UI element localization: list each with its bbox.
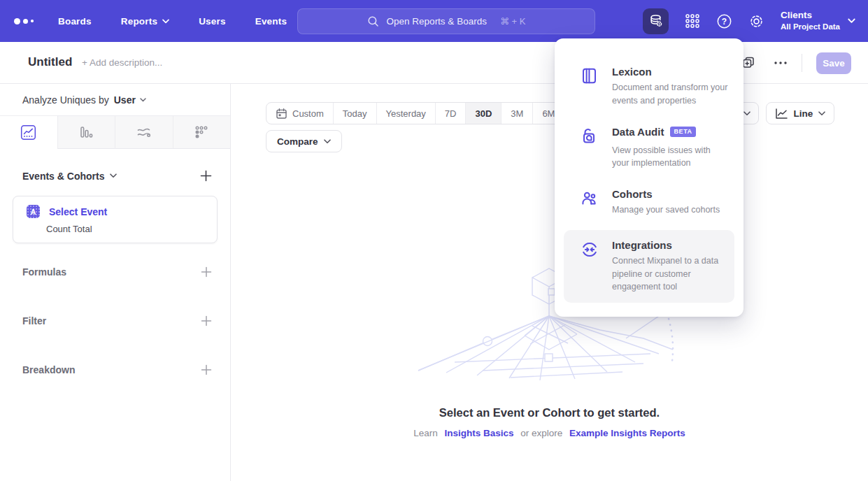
example-insights-reports-link[interactable]: Example Insights Reports (569, 428, 685, 438)
range-label: 3M (511, 108, 523, 119)
data-management-button[interactable] (643, 8, 669, 34)
tab-bar-chart[interactable] (57, 116, 115, 149)
nav-item-reports[interactable]: Reports (121, 16, 169, 27)
range-label: Yesterday (386, 108, 426, 119)
menu-item-title: Integrations (612, 239, 720, 251)
chart-type-dropdown[interactable]: Line (766, 102, 834, 124)
menu-item-data-audit[interactable]: Data Audit BETA View possible issues wit… (555, 117, 744, 180)
add-breakdown-button[interactable] (201, 364, 212, 375)
chevron-down-icon (324, 139, 331, 144)
lexicon-book-icon (581, 66, 599, 108)
select-event-label[interactable]: Select Event (49, 206, 107, 217)
filter-row: Filter (22, 313, 212, 329)
range-label: 6M (542, 108, 555, 119)
chevron-down-icon (110, 173, 117, 178)
nav-item-users[interactable]: Users (199, 16, 226, 27)
event-series-badge: A (27, 205, 40, 218)
search-placeholder: Open Reports & Boards (387, 16, 487, 27)
range-custom[interactable]: Custom (266, 103, 333, 124)
chart-type-tabs (0, 116, 230, 149)
menu-item-cohorts[interactable]: Cohorts Manage your saved cohorts (555, 179, 744, 226)
formulas-label: Formulas (22, 266, 66, 278)
retention-grid-tab-icon (194, 124, 209, 140)
settings-button[interactable] (748, 13, 764, 29)
nav-item-events[interactable]: Events (255, 16, 287, 27)
query-sidebar: Analyze Uniques by User (0, 84, 231, 481)
breakdown-label: Breakdown (22, 364, 75, 375)
cohorts-people-icon (581, 188, 599, 217)
range-yesterday[interactable]: Yesterday (376, 103, 435, 124)
project-selector[interactable]: Clients All Project Data (781, 10, 855, 31)
insights-basics-link[interactable]: Insights Basics (444, 428, 513, 438)
data-audit-lock-icon (581, 126, 599, 171)
line-chart-tab-icon (20, 124, 36, 141)
duplicate-report-button[interactable] (741, 56, 755, 70)
menu-item-description: View possible issues with your implement… (612, 144, 730, 171)
project-name: All Project Data (781, 22, 840, 31)
save-button[interactable]: Save (816, 52, 851, 74)
tab-line-chart[interactable] (0, 116, 57, 149)
range-label: Today (343, 108, 367, 119)
range-7d[interactable]: 7D (435, 103, 466, 124)
mixpanel-logo[interactable] (14, 0, 34, 42)
chevron-down-icon (818, 111, 825, 116)
chevron-down-icon (848, 18, 855, 24)
nav-item-label: Boards (58, 16, 92, 27)
search-icon (367, 15, 379, 27)
breakdown-row: Breakdown (22, 362, 212, 378)
apps-grid-icon (685, 13, 700, 29)
menu-item-description: Manage your saved cohorts (612, 203, 720, 217)
compare-dropdown[interactable]: Compare (266, 130, 342, 152)
add-formula-button[interactable] (201, 266, 212, 278)
svg-text:?: ? (722, 16, 727, 26)
range-30d[interactable]: 30D (465, 103, 501, 124)
help-button[interactable]: ? (716, 13, 732, 29)
event-metric-dropdown[interactable]: Count Total (46, 224, 207, 234)
top-nav: Boards Reports Users Events Open Reports… (0, 0, 868, 42)
range-label: 7D (445, 108, 457, 119)
tab-retention-grid[interactable] (173, 116, 231, 149)
report-description-placeholder[interactable]: + Add description... (82, 57, 162, 68)
calendar-icon (276, 108, 287, 120)
more-options-button[interactable] (774, 61, 788, 65)
flow-chart-tab-icon (136, 124, 152, 141)
add-event-button[interactable] (200, 170, 212, 182)
add-filter-button[interactable] (201, 315, 212, 326)
range-3m[interactable]: 3M (501, 103, 532, 124)
org-name: Clients (781, 10, 840, 22)
menu-item-integrations[interactable]: Integrations Connect Mixpanel to a data … (564, 230, 734, 303)
settings-gear-icon (748, 13, 764, 29)
apps-grid-button[interactable] (685, 13, 700, 29)
events-cohorts-label: Events & Cohorts (22, 171, 104, 182)
analyze-label: Analyze Uniques by (22, 94, 109, 106)
nav-item-boards[interactable]: Boards (58, 16, 92, 27)
menu-item-title: Data Audit BETA (612, 126, 730, 138)
chevron-down-icon (744, 111, 750, 116)
mixpanel-app: Boards Reports Users Events Open Reports… (0, 0, 868, 481)
filter-label: Filter (22, 315, 46, 326)
analyze-value-dropdown[interactable]: User (114, 94, 146, 106)
range-today[interactable]: Today (333, 103, 376, 124)
plus-icon (201, 266, 212, 278)
report-canvas: Custom Today Yesterday 7D 30D 3M 6M Comp… (231, 84, 868, 481)
search-shortcut: ⌘ + K (500, 16, 526, 27)
report-title[interactable]: Untitled (28, 55, 72, 69)
plus-icon (201, 364, 212, 375)
nav-menu: Boards Reports Users Events (58, 0, 287, 42)
beta-badge: BETA (670, 127, 695, 137)
select-event-card[interactable]: A Select Event Count Total (13, 196, 218, 243)
date-range-control: Custom Today Yesterday 7D 30D 3M 6M (266, 102, 564, 124)
menu-item-description: Document and transform your events and p… (612, 81, 730, 108)
menu-item-lexicon[interactable]: Lexicon Document and transform your even… (555, 57, 744, 117)
chart-type-label: Line (794, 108, 813, 119)
bar-chart-tab-icon (78, 124, 94, 140)
menu-item-title: Cohorts (612, 188, 720, 200)
nav-item-label: Events (255, 16, 287, 27)
tab-flow-chart[interactable] (115, 116, 173, 149)
help-icon: ? (716, 13, 732, 29)
plus-icon (201, 315, 212, 326)
global-search-button[interactable]: Open Reports & Boards ⌘ + K (297, 8, 595, 34)
events-cohorts-dropdown[interactable]: Events & Cohorts (22, 171, 117, 182)
divider (802, 54, 802, 72)
report-actions: Save (741, 42, 851, 84)
